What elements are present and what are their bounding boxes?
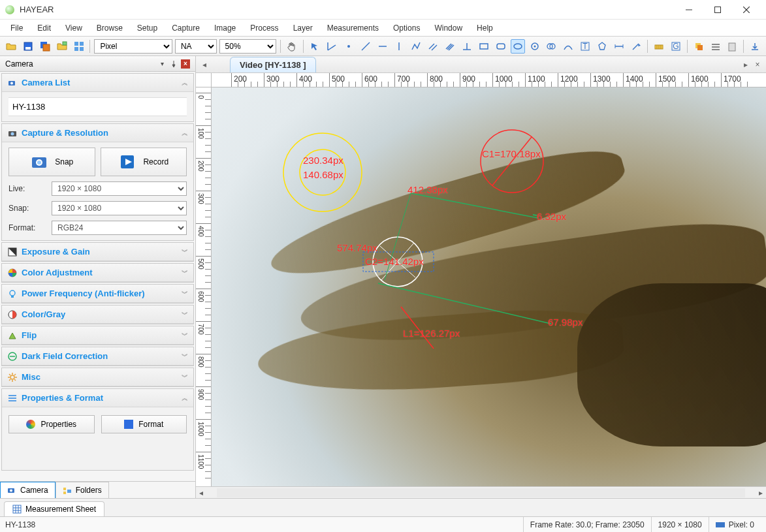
sidebar-tab-camera[interactable]: Camera [0,482,56,498]
menu-edit[interactable]: Edit [31,21,57,35]
delete-layer-icon[interactable] [725,39,739,54]
line-vert-tool-icon[interactable] [392,39,407,54]
format-select[interactable]: RGB24 [52,221,187,235]
svg-rect-12 [80,47,84,51]
unit-select[interactable]: Pixel [94,39,172,54]
text-tool-icon[interactable]: T [578,39,592,54]
chevron-down-icon: ︾ [182,331,188,340]
minimize-button[interactable] [675,1,703,19]
svg-rect-79 [63,488,66,490]
svg-text:T: T [583,42,588,51]
layer-vis-icon[interactable] [709,39,723,54]
svg-point-52 [11,132,14,135]
menu-window[interactable]: Window [428,21,469,35]
calibrate-icon[interactable] [652,39,666,54]
sidebar-tab-folders[interactable]: Folders [56,482,109,498]
menu-measurements[interactable]: Measurements [321,21,385,35]
section-header-coloradj[interactable]: Color Adjustment ︾ [2,264,193,282]
browse-icon[interactable] [55,39,69,54]
snap-button[interactable]: Snap [8,148,95,176]
chevron-down-icon: ︾ [182,289,188,298]
svg-rect-75 [8,398,16,399]
menu-setup[interactable]: Setup [131,21,164,35]
properties-button[interactable]: Properties [8,415,95,433]
snap-select[interactable]: 1920 × 1080 [52,201,187,215]
pin-icon[interactable] [169,59,178,69]
horizontal-scrollbar[interactable]: ◂ ▸ [196,486,766,498]
status-bar: HY-1138 Frame Rate: 30.0; Frame: 23050 1… [0,516,766,532]
menu-image[interactable]: Image [208,21,242,35]
hand-tool-icon[interactable] [285,39,299,54]
chevron-down-icon: ︾ [182,268,188,277]
pointer-tool-icon[interactable] [308,39,322,54]
open-icon[interactable] [4,39,18,54]
gray-calib-icon[interactable]: G [669,39,683,54]
batch-save-icon[interactable] [38,39,52,54]
menu-file[interactable]: File [4,21,29,35]
dropdown-icon[interactable]: ▾ [157,59,167,69]
status-device: HY-1138 [5,517,42,532]
section-header-propsformat[interactable]: Properties & Format ︽ [2,389,193,407]
perpendicular-tool-icon[interactable] [460,39,474,54]
save-icon[interactable] [21,39,35,54]
svg-rect-95 [13,505,21,513]
parallel2-tool-icon[interactable] [443,39,457,54]
section-header-misc[interactable]: Misc ︾ [2,368,193,386]
parallel-tool-icon[interactable] [426,39,440,54]
panel-close-icon[interactable]: × [181,59,190,69]
maximize-button[interactable] [703,1,732,19]
ellipse-tool-icon[interactable] [511,39,525,54]
svg-rect-76 [8,400,16,401]
menu-options[interactable]: Options [387,21,426,35]
section-header-exposure[interactable]: Exposure & Gain ︾ [2,243,193,261]
tab-close-icon[interactable]: × [752,59,763,70]
tab-measurement-sheet[interactable]: Measurement Sheet [4,501,104,516]
export-icon[interactable] [748,39,762,54]
menu-view[interactable]: View [59,21,89,35]
svg-line-85 [492,137,532,185]
na-select[interactable]: NA [175,39,217,54]
circle-tool-icon[interactable] [528,39,542,54]
zoom-select[interactable]: 50% [219,39,277,54]
svg-point-13 [347,45,350,48]
concentric-tool-icon[interactable] [545,39,559,54]
live-select[interactable]: 1920 × 1080 [52,181,187,196]
angle-tool-icon[interactable] [325,39,339,54]
format-button[interactable]: Format [101,415,187,433]
point-tool-icon[interactable] [342,39,356,54]
section-header-flip[interactable]: Flip ︾ [2,326,193,345]
menu-browse[interactable]: Browse [90,21,129,35]
polyline-tool-icon[interactable] [409,39,423,54]
camera-list-item[interactable]: HY-1138 [8,97,187,116]
menu-layer[interactable]: Layer [287,21,319,35]
menu-capture[interactable]: Capture [165,21,206,35]
record-button[interactable]: Record [101,148,187,176]
section-darkfield: Dark Field Correction ︾ [1,347,194,366]
section-header-powerfreq[interactable]: Power Frequency (Anti-flicker) ︾ [2,285,193,303]
thumbs-icon[interactable] [72,39,86,54]
polygon-tool-icon[interactable] [595,39,609,54]
section-header-capture[interactable]: Capture & Resolution ︽ [2,124,193,142]
layer-icon[interactable] [692,39,706,54]
color-wheel-icon [7,268,18,278]
scalebar-tool-icon[interactable] [612,39,626,54]
arc-tool-icon[interactable] [561,39,575,54]
line-tool-icon[interactable] [359,39,373,54]
rectangle-tool-icon[interactable] [477,39,491,54]
image-canvas[interactable]: 230.34px 140.68px 412.38px C1=170.18px 5… [212,87,766,486]
section-header-darkfield[interactable]: Dark Field Correction ︾ [2,347,193,366]
close-button[interactable] [732,1,761,19]
menu-process[interactable]: Process [244,21,285,35]
tab-prev-icon[interactable]: ◂ [199,59,210,70]
document-tab-video[interactable]: Video [HY-1138 ] [230,57,316,72]
menu-help[interactable]: Help [470,21,500,35]
arrow-tool-icon[interactable] [629,39,643,54]
section-header-colorgray[interactable]: Color/Gray ︾ [2,305,193,324]
roundrect-tool-icon[interactable] [494,39,508,54]
tab-next-icon[interactable]: ▸ [740,59,752,70]
section-header-camera-list[interactable]: Camera List ︽ [2,74,193,92]
line-horiz-tool-icon[interactable] [375,39,390,54]
separator [647,40,648,53]
ruler-vertical: 010020030040050060070080090010001100 [196,87,212,486]
svg-rect-7 [43,44,50,51]
